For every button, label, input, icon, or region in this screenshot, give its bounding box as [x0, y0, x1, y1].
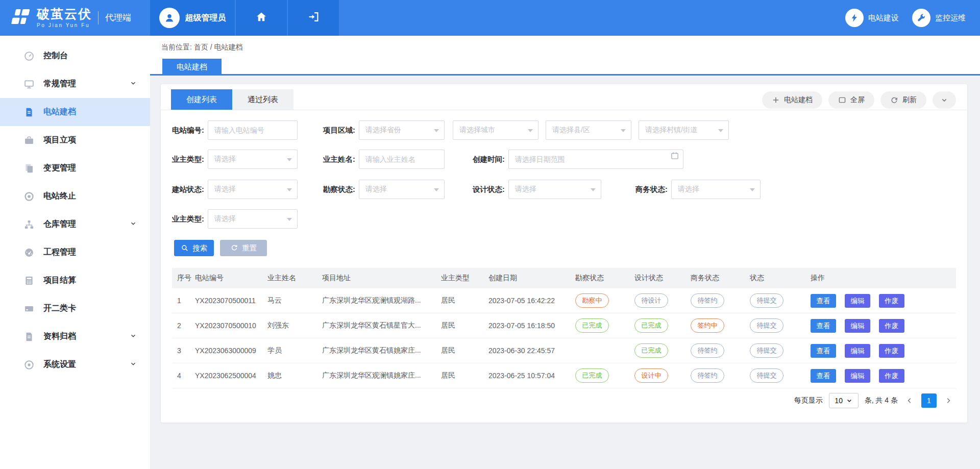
- list-tabs: 创建列表 通过列表: [171, 89, 293, 110]
- chevron-down-icon: [130, 220, 137, 229]
- document-icon: [23, 107, 35, 118]
- chevron-down-icon: [130, 332, 137, 341]
- nav-station-build[interactable]: 电站建设: [845, 9, 899, 27]
- chevron-down-icon: [940, 96, 948, 104]
- sidebar-item-general-mgmt[interactable]: 常规管理: [0, 70, 150, 98]
- sidebar-item-label: 仓库管理: [43, 219, 130, 230]
- sidebar-item-change-mgmt[interactable]: 变更管理: [0, 154, 150, 182]
- design-status-select[interactable]: 请选择: [508, 180, 601, 199]
- brand-name-en: Po Jian Yun Fu: [37, 22, 92, 28]
- home-icon: [255, 11, 267, 25]
- sidebar-item-open-card[interactable]: 开二类卡: [0, 294, 150, 323]
- page-tab-station-archive[interactable]: 电站建档: [162, 59, 222, 76]
- gauge-icon: [23, 247, 35, 258]
- tab-passed-list[interactable]: 通过列表: [232, 89, 293, 110]
- edit-button[interactable]: 编辑: [845, 319, 870, 333]
- search-button[interactable]: 搜索: [174, 240, 214, 256]
- logout-button[interactable]: [288, 0, 339, 36]
- refresh-button[interactable]: 刷新: [880, 91, 926, 109]
- owner-type-select[interactable]: 请选择: [208, 150, 298, 169]
- sidebar-item-label: 项目结算: [43, 275, 137, 286]
- edit-button[interactable]: 编辑: [845, 344, 870, 358]
- design-status-label: 设计状态:: [473, 185, 505, 194]
- caret-down-icon: [846, 398, 852, 404]
- build-status-select[interactable]: 请选择: [208, 180, 298, 199]
- table-header: 序号 电站编号 业主姓名 项目地址 业主类型 创建日期 勘察状态 设计状态 商务…: [172, 268, 956, 288]
- total-label: 条, 共 4 条: [865, 396, 898, 405]
- dashboard-icon: [23, 51, 35, 62]
- owner-type-label: 业主类型:: [172, 155, 204, 164]
- edit-button[interactable]: 编辑: [845, 294, 870, 308]
- nav-monitor-ops[interactable]: 监控运维: [912, 9, 966, 27]
- sidebar-item-label: 开二类卡: [43, 303, 137, 314]
- city-select[interactable]: 请选择城市: [453, 120, 538, 140]
- create-time-label: 创建时间:: [473, 155, 505, 164]
- caret-down-icon: [528, 129, 533, 135]
- per-page-select[interactable]: 10: [829, 393, 859, 408]
- owner-type2-label: 业主类型:: [172, 214, 204, 224]
- station-code-label: 电站编号:: [172, 126, 204, 135]
- create-station-button[interactable]: 电站建档: [762, 91, 822, 109]
- sidebar-item-engineering-mgmt[interactable]: 工程管理: [0, 238, 150, 266]
- table-row: 3 YX2023063000009 学员 广东深圳龙华区黄石镇姚家庄... 居民…: [172, 338, 956, 363]
- sidebar-item-project-settlement[interactable]: 项目结算: [0, 266, 150, 294]
- sidebar-item-system-settings[interactable]: 系统设置: [0, 351, 150, 379]
- table-row: 4 YX2023062500004 姚忠 广东深圳龙华区观澜镇姚家庄... 居民…: [172, 363, 956, 388]
- tab-create-list[interactable]: 创建列表: [171, 89, 232, 110]
- brand-logo: 破茧云伏 Po Jian Yun Fu 代理端: [0, 0, 150, 36]
- refresh-icon: [890, 96, 898, 104]
- bolt-icon: [845, 9, 864, 27]
- business-status-select[interactable]: 请选择: [671, 180, 761, 199]
- next-page-button[interactable]: [943, 397, 954, 404]
- station-code-input[interactable]: [208, 120, 298, 140]
- fullscreen-button[interactable]: 全屏: [828, 91, 874, 109]
- void-button[interactable]: 作废: [879, 369, 904, 383]
- caret-down-icon: [287, 158, 292, 164]
- collapse-button[interactable]: [933, 91, 956, 109]
- date-range-input[interactable]: [508, 150, 683, 169]
- view-button[interactable]: 查看: [811, 344, 836, 358]
- void-button[interactable]: 作废: [879, 319, 904, 333]
- sidebar: 控制台 常规管理 电站建档 项目立项 变更管理 电站终止: [0, 36, 150, 469]
- survey-status-badge: 勘察中: [575, 293, 609, 308]
- town-select[interactable]: 请选择村镇/街道: [639, 120, 729, 140]
- per-page-label: 每页显示: [794, 396, 823, 405]
- caret-down-icon: [591, 188, 596, 194]
- caret-down-icon: [718, 129, 723, 135]
- copy-icon: [23, 163, 35, 174]
- page-number-button[interactable]: 1: [921, 393, 937, 408]
- county-select[interactable]: 请选择县/区: [546, 120, 631, 140]
- wrench-icon: [912, 9, 930, 27]
- view-button[interactable]: 查看: [811, 369, 836, 383]
- prev-page-button[interactable]: [904, 397, 915, 404]
- reset-button[interactable]: 重置: [220, 240, 267, 256]
- province-select[interactable]: 请选择省份: [359, 120, 445, 140]
- view-button[interactable]: 查看: [811, 294, 836, 308]
- void-button[interactable]: 作废: [879, 294, 904, 308]
- owner-name-input[interactable]: [359, 150, 445, 169]
- sidebar-item-warehouse-mgmt[interactable]: 仓库管理: [0, 210, 150, 238]
- briefcase-icon: [23, 135, 35, 146]
- sidebar-item-data-archive[interactable]: 资料归档: [0, 323, 150, 351]
- view-button[interactable]: 查看: [811, 319, 836, 333]
- archive-icon: [23, 331, 35, 342]
- sidebar-item-label: 常规管理: [43, 79, 130, 89]
- sidebar-item-project-approval[interactable]: 项目立项: [0, 126, 150, 154]
- breadcrumb: 当前位置: 首页 / 电站建档: [161, 43, 242, 52]
- portal-label: 代理端: [98, 11, 131, 24]
- user-menu[interactable]: 超级管理员: [150, 0, 235, 36]
- app-header: 破茧云伏 Po Jian Yun Fu 代理端 超级管理员 电站建设: [0, 0, 980, 36]
- survey-status-select[interactable]: 请选择: [359, 180, 445, 199]
- caret-down-icon: [287, 218, 292, 224]
- void-button[interactable]: 作废: [879, 344, 904, 358]
- sidebar-item-station-terminate[interactable]: 电站终止: [0, 182, 150, 210]
- owner-type2-select[interactable]: 请选择: [208, 209, 298, 229]
- chevron-down-icon: [130, 80, 137, 89]
- card-icon: [23, 303, 35, 314]
- sidebar-item-console[interactable]: 控制台: [0, 42, 150, 70]
- home-button[interactable]: [236, 0, 287, 36]
- business-status-label: 商务状态:: [635, 185, 668, 194]
- sidebar-item-station-archive[interactable]: 电站建档: [0, 98, 150, 126]
- edit-button[interactable]: 编辑: [845, 369, 870, 383]
- table-row: 1 YX2023070500011 马云 广东深圳龙华区观澜镇观湖路... 居民…: [172, 288, 956, 313]
